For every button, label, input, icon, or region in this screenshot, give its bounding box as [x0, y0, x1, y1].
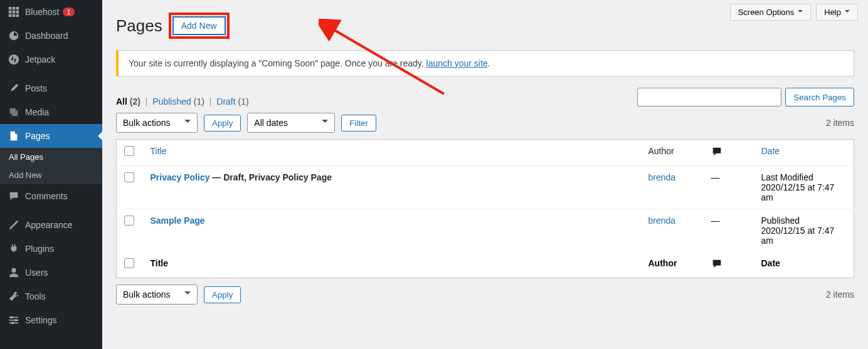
settings-icon: [8, 314, 20, 326]
comments-icon: [711, 146, 722, 157]
status-published[interactable]: Published (1): [152, 96, 204, 107]
media-icon: [8, 106, 20, 118]
plugins-icon: [8, 242, 20, 255]
author-link[interactable]: brenda: [648, 172, 676, 182]
select-all-checkbox-bottom[interactable]: [124, 258, 134, 268]
sidebar-item-label: Appearance: [25, 220, 73, 230]
svg-point-10: [11, 268, 16, 273]
sidebar-item-label: Posts: [25, 83, 47, 93]
sidebar-item-bluehost[interactable]: Bluehost 1: [0, 0, 102, 24]
svg-point-16: [11, 322, 14, 325]
sidebar-item-label: Dashboard: [25, 31, 68, 41]
sidebar-item-label: Comments: [25, 191, 68, 201]
submenu-all-pages[interactable]: All Pages: [0, 148, 102, 166]
posts-icon: [8, 82, 20, 95]
bulk-actions-select-bottom[interactable]: Bulk actions: [116, 284, 198, 305]
coming-soon-notice: Your site is currently displaying a "Com…: [116, 50, 854, 76]
pages-submenu: All Pages Add New: [0, 148, 102, 184]
sidebar-item-label: Media: [25, 107, 49, 117]
sidebar-item-posts[interactable]: Posts: [0, 76, 102, 100]
post-state: — Draft, Privacy Policy Page: [209, 172, 332, 182]
column-date-foot[interactable]: Date: [754, 252, 854, 278]
column-comments: [704, 140, 754, 166]
sidebar-item-media[interactable]: Media: [0, 100, 102, 124]
page-title-link[interactable]: Sample Page: [151, 216, 205, 226]
sidebar-item-label: Settings: [25, 315, 57, 325]
svg-rect-7: [13, 14, 16, 18]
sidebar-item-plugins[interactable]: Plugins: [0, 237, 102, 261]
svg-rect-5: [16, 11, 19, 14]
jetpack-icon: [8, 53, 20, 66]
search-button[interactable]: Search Pages: [785, 88, 854, 107]
date-cell: Last Modified2020/12/15 at 7:47 am: [754, 166, 854, 209]
column-comments-foot: [704, 252, 754, 278]
author-link[interactable]: brenda: [648, 216, 676, 226]
status-all[interactable]: All (2): [116, 96, 140, 107]
submenu-add-new[interactable]: Add New: [0, 166, 102, 184]
svg-point-15: [15, 319, 18, 321]
pages-table: Title Author Date Privacy Policy — Draft…: [116, 139, 854, 278]
date-filter-select[interactable]: All dates: [247, 113, 335, 133]
row-checkbox[interactable]: [124, 172, 134, 182]
items-count-top: 2 items: [826, 118, 854, 128]
svg-rect-8: [16, 14, 19, 18]
appearance-icon: [8, 219, 20, 231]
sidebar-item-dashboard[interactable]: Dashboard: [0, 24, 102, 48]
apply-button-bottom[interactable]: Apply: [204, 286, 241, 303]
column-title[interactable]: Title: [143, 140, 641, 166]
svg-point-9: [9, 55, 19, 65]
sidebar-item-tools[interactable]: Tools: [0, 284, 102, 308]
help-button[interactable]: Help: [816, 4, 858, 21]
add-new-button[interactable]: Add New: [172, 16, 226, 35]
chevron-down-icon: [845, 10, 850, 15]
table-row: Privacy Policy — Draft, Privacy Policy P…: [117, 166, 854, 209]
status-filter-links: All (2) | Published (1) | Draft (1): [116, 96, 249, 107]
svg-point-14: [11, 316, 13, 319]
filter-button[interactable]: Filter: [341, 115, 376, 132]
column-author: Author: [641, 140, 704, 166]
sidebar-item-label: Bluehost: [25, 7, 59, 17]
users-icon: [8, 266, 20, 279]
bulk-actions-select[interactable]: Bulk actions: [116, 113, 198, 133]
page-title: Pages: [116, 16, 162, 36]
comments-cell: —: [704, 166, 754, 209]
sidebar-item-comments[interactable]: Comments: [0, 184, 102, 208]
date-cell: Published2020/12/15 at 7:47 am: [754, 209, 854, 253]
sidebar-item-settings[interactable]: Settings: [0, 308, 102, 332]
search-input[interactable]: [637, 88, 781, 107]
svg-rect-0: [9, 7, 12, 10]
comments-cell: —: [704, 209, 754, 253]
comments-icon: [8, 190, 20, 202]
chevron-down-icon: [798, 10, 803, 15]
annotation-highlight: Add New: [169, 13, 230, 39]
column-title-foot[interactable]: Title: [143, 252, 641, 278]
sidebar-item-pages[interactable]: Pages: [0, 124, 102, 148]
sidebar-item-label: Tools: [25, 291, 46, 301]
svg-rect-3: [9, 11, 12, 14]
column-date[interactable]: Date: [754, 140, 854, 166]
dashboard-icon: [8, 29, 20, 42]
table-row: Sample Page brenda — Published2020/12/15…: [117, 209, 854, 253]
bluehost-icon: [8, 6, 20, 18]
sidebar-item-users[interactable]: Users: [0, 261, 102, 284]
select-all-checkbox[interactable]: [124, 146, 134, 156]
sidebar-item-label: Jetpack: [25, 55, 55, 65]
page-title-link[interactable]: Privacy Policy: [151, 172, 210, 182]
svg-rect-4: [13, 11, 16, 14]
main-content: Screen Options Help Pages Add New Your s…: [102, 0, 868, 349]
column-author-foot: Author: [641, 252, 704, 278]
sidebar-item-appearance[interactable]: Appearance: [0, 213, 102, 237]
pages-icon: [8, 130, 20, 142]
launch-site-link[interactable]: launch your site: [426, 58, 488, 68]
row-checkbox[interactable]: [124, 216, 134, 226]
sidebar-item-jetpack[interactable]: Jetpack: [0, 48, 102, 71]
items-count-bottom: 2 items: [826, 289, 854, 300]
screen-options-button[interactable]: Screen Options: [730, 4, 812, 21]
svg-rect-2: [16, 7, 19, 10]
status-draft[interactable]: Draft (1): [216, 96, 248, 107]
apply-button-top[interactable]: Apply: [204, 115, 241, 132]
svg-rect-6: [9, 14, 12, 18]
sidebar-item-label: Users: [25, 268, 48, 278]
comments-icon: [711, 258, 722, 269]
update-badge: 1: [63, 8, 74, 16]
